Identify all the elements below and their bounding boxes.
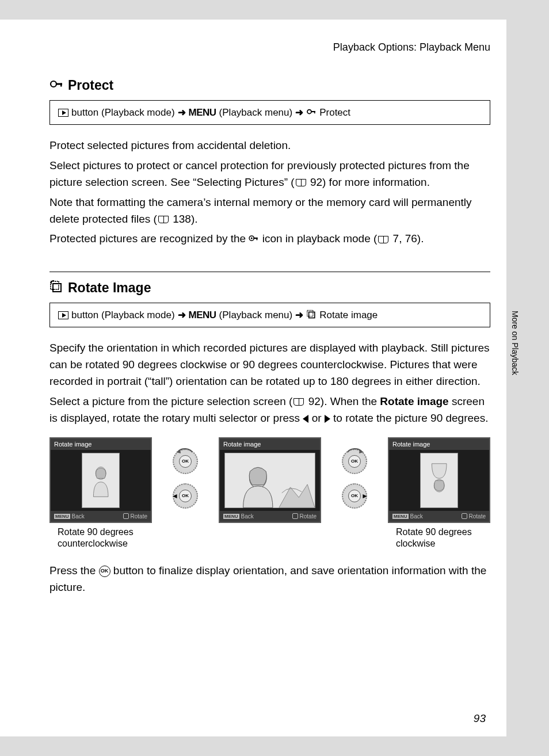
nav-step: button (Playback mode) — [71, 310, 175, 321]
lcd-footer: MENUBack Rotate — [389, 511, 489, 522]
right-hint-icon: ► — [361, 492, 368, 500]
lcd-title: Rotate image — [389, 438, 489, 450]
lcd-body — [51, 450, 151, 511]
svg-marker-16 — [176, 449, 181, 453]
lcd-footer: MENUBack Rotate — [51, 511, 151, 522]
nav-step: (Playback menu) — [219, 107, 293, 119]
rotary-dial-icon: OK ► — [342, 483, 367, 509]
book-icon — [296, 179, 306, 186]
playback-button-icon — [58, 311, 68, 319]
nav-step: button (Playback mode) — [71, 107, 175, 119]
lcd-body — [220, 450, 320, 511]
svg-rect-9 — [257, 238, 258, 240]
ok-label: OK — [348, 490, 361, 502]
breadcrumb-rotate: button (Playback mode) ➜ MENU (Playback … — [49, 303, 490, 327]
lcd-screen: Rotate image MENUBack Rotate — [219, 437, 321, 523]
lcd-body — [389, 450, 489, 511]
nav-step: Protect — [319, 107, 350, 119]
section-divider — [49, 272, 490, 272]
dial-controls-right: OK OK ► — [342, 437, 367, 509]
menu-chip: MENU — [54, 514, 70, 519]
playback-button-icon — [58, 109, 68, 117]
arrow-right-icon: ➜ — [295, 309, 303, 321]
arrow-right-icon: ➜ — [178, 309, 186, 321]
svg-rect-10 — [53, 284, 61, 292]
body-text: Specify the orientation in which recorde… — [49, 340, 490, 390]
book-icon — [158, 216, 169, 223]
key-icon — [306, 108, 317, 117]
svg-rect-14 — [307, 311, 313, 316]
lcd-title: Rotate image — [220, 438, 320, 450]
rotary-dial-icon: OK ◄ — [173, 483, 198, 509]
body-text: Select a picture from the picture select… — [49, 394, 490, 427]
section-title-protect: Protect — [49, 78, 490, 93]
ok-button-icon: OK — [99, 566, 110, 577]
svg-rect-2 — [60, 83, 62, 87]
photo-preview — [82, 453, 120, 508]
rotate-screens-row: Rotate image MENUBack Rotate Rotate 90 d… — [49, 437, 490, 551]
menu-label: MENU — [189, 107, 216, 119]
svg-point-0 — [51, 81, 56, 87]
svg-point-7 — [251, 237, 253, 239]
menu-chip: MENU — [392, 514, 409, 519]
arrow-right-icon: ➜ — [178, 106, 186, 119]
left-hint-icon: ◄ — [171, 492, 178, 500]
rotate-icon — [49, 280, 63, 296]
ok-label: OK — [179, 490, 192, 502]
screen-caption: Rotate 90 degrees counterclockwise — [49, 526, 134, 551]
photo-preview — [420, 453, 458, 508]
svg-rect-5 — [314, 111, 315, 113]
photo-preview — [224, 453, 315, 508]
rotary-dial-icon: OK — [173, 449, 198, 474]
svg-point-3 — [307, 110, 311, 114]
breadcrumb-protect: button (Playback mode) ➜ MENU (Playback … — [49, 100, 490, 125]
curve-ccw-icon — [175, 444, 196, 453]
ok-label: OK — [179, 455, 192, 468]
lcd-screen: Rotate image MENUBack Rotate — [49, 437, 152, 523]
side-section-label: More on Playback — [510, 311, 520, 375]
menu-chip: MENU — [223, 514, 239, 519]
manual-page: Playback Options: Playback Menu Protect … — [0, 20, 506, 736]
screen-cw: Rotate image MENUBack Rotate Rotate 90 d… — [388, 437, 490, 551]
dial-controls-left: OK OK ◄ — [173, 437, 198, 509]
lcd-title: Rotate image — [51, 438, 151, 450]
body-text: Protected pictures are recognized by the… — [49, 231, 490, 247]
page-header: Playback Options: Playback Menu — [49, 41, 490, 54]
ok-label: OK — [348, 455, 361, 468]
svg-rect-13 — [309, 312, 315, 318]
rotary-dial-icon: OK — [342, 449, 367, 474]
screen-center: Rotate image MENUBack Rotate — [219, 437, 321, 523]
page-number: 93 — [474, 712, 486, 725]
section-title-text: Rotate Image — [68, 280, 151, 296]
rotate-icon — [306, 310, 317, 320]
arrow-right-icon: ➜ — [295, 106, 303, 119]
screen-ccw: Rotate image MENUBack Rotate Rotate 90 d… — [49, 437, 152, 551]
section-title-rotate: Rotate Image — [49, 280, 490, 296]
lcd-screen: Rotate image MENUBack Rotate — [388, 437, 490, 523]
screen-caption: Rotate 90 degrees clockwise — [388, 526, 472, 551]
curve-cw-icon — [344, 444, 365, 453]
body-text: Protect selected pictures from accidenta… — [49, 138, 490, 154]
protect-status-icon — [249, 233, 259, 246]
svg-marker-19 — [359, 449, 364, 453]
body-text: Select pictures to protect or cancel pro… — [49, 158, 490, 191]
svg-rect-11 — [51, 281, 59, 289]
left-arrow-icon — [303, 415, 308, 423]
nav-step: Rotate image — [319, 310, 378, 321]
right-arrow-icon — [325, 415, 330, 423]
menu-label: MENU — [189, 310, 216, 321]
section-title-text: Protect — [68, 78, 113, 93]
key-icon — [49, 78, 63, 93]
book-icon — [293, 398, 304, 406]
body-text: Press the OK button to finalize display … — [49, 563, 490, 596]
book-icon — [378, 236, 388, 243]
nav-step: (Playback menu) — [219, 310, 293, 321]
body-text: Note that formatting the camera’s intern… — [49, 194, 490, 228]
lcd-footer: MENUBack Rotate — [220, 511, 320, 522]
